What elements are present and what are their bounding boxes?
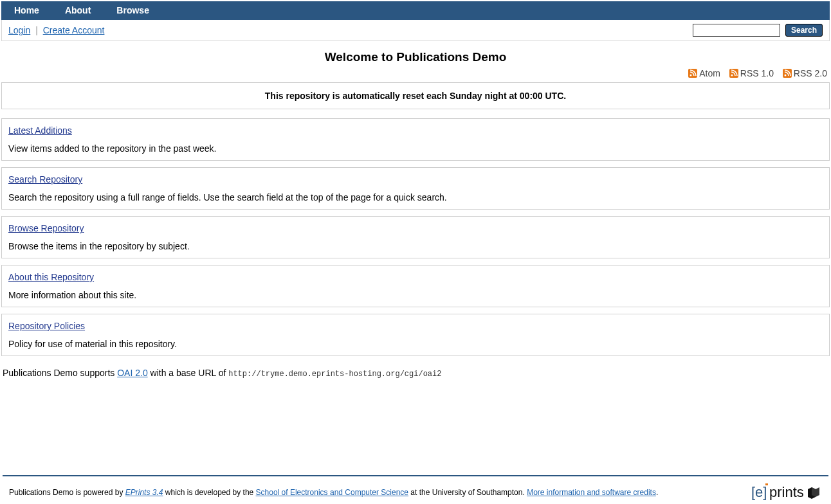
card-search-repository: Search Repository Search the repository … (1, 167, 830, 210)
oai-url: http://tryme.demo.eprints-hosting.org/cg… (228, 370, 441, 379)
feed-rss1[interactable]: RSS 1.0 (729, 68, 774, 78)
top-nav: Home About Browse (1, 1, 830, 20)
footer-text-part: which is developed by the (163, 488, 255, 497)
eprints-logo[interactable]: [e] prints (751, 483, 822, 502)
oai-prefix: Publications Demo supports (3, 368, 117, 378)
card-latest-additions: Latest Additions View items added to the… (1, 118, 830, 161)
card-desc: View items added to the repository in th… (8, 143, 823, 154)
svg-text:[e]: [e] (751, 484, 767, 500)
footer: Publications Demo is powered by EPrints … (1, 483, 830, 504)
eprints-version: EPrints 3.4 (125, 488, 163, 497)
card-link[interactable]: About this Repository (8, 272, 94, 282)
page-title: Welcome to Publications Demo (1, 50, 830, 64)
card-desc: Policy for use of material in this repos… (8, 339, 823, 349)
notice-banner: This repository is automatically reset e… (1, 82, 830, 109)
feed-label: RSS 2.0 (794, 68, 827, 78)
svg-point-5 (784, 75, 786, 76)
feed-links: Atom RSS 1.0 RSS 2.0 (1, 68, 830, 82)
footer-rule (3, 475, 828, 476)
login-link[interactable]: Login (8, 25, 30, 35)
card-desc: Search the repository using a full range… (8, 192, 823, 203)
svg-point-1 (690, 75, 692, 76)
footer-text-part: Publications Demo is powered by (9, 488, 125, 497)
card-repository-policies: Repository Policies Policy for use of ma… (1, 314, 830, 356)
svg-text:prints: prints (769, 484, 804, 500)
credits-link[interactable]: More information and software credits (527, 488, 656, 497)
svg-rect-7 (765, 483, 768, 485)
rss-icon (729, 69, 738, 78)
nav-about[interactable]: About (52, 1, 104, 20)
card-browse-repository: Browse Repository Browse the items in th… (1, 216, 830, 258)
rss-icon (783, 69, 792, 78)
feed-label: RSS 1.0 (740, 68, 774, 78)
card-desc: More information about this site. (8, 290, 823, 300)
rss-icon (688, 69, 697, 78)
footer-text-part: at the University of Southampton. (408, 488, 527, 497)
nav-browse[interactable]: Browse (104, 1, 162, 20)
card-about-repository: About this Repository More information a… (1, 265, 830, 307)
eprints-link[interactable]: EPrints 3.4 (125, 488, 163, 497)
card-link[interactable]: Browse Repository (8, 223, 84, 233)
feed-label: Atom (699, 68, 720, 78)
svg-point-3 (731, 75, 733, 76)
school-link[interactable]: School of Electronics and Computer Scien… (256, 488, 408, 497)
create-account-link[interactable]: Create Account (43, 25, 105, 35)
search-button[interactable]: Search (785, 24, 823, 37)
separator: | (35, 25, 38, 35)
feed-rss2[interactable]: RSS 2.0 (783, 68, 827, 78)
search-input[interactable] (693, 24, 780, 37)
oai-link[interactable]: OAI 2.0 (117, 368, 147, 378)
oai-support-line: Publications Demo supports OAI 2.0 with … (3, 368, 830, 379)
nav-home[interactable]: Home (1, 1, 52, 20)
card-link[interactable]: Latest Additions (8, 125, 72, 136)
card-link[interactable]: Repository Policies (8, 321, 85, 331)
footer-text: Publications Demo is powered by EPrints … (9, 488, 658, 497)
user-bar: Login | Create Account Search (1, 20, 830, 41)
card-link[interactable]: Search Repository (8, 174, 82, 184)
oai-mid: with a base URL of (148, 368, 229, 378)
card-desc: Browse the items in the repository by su… (8, 241, 823, 251)
svg-marker-10 (812, 487, 819, 497)
footer-text-part: . (656, 488, 658, 497)
feed-atom[interactable]: Atom (688, 68, 720, 78)
